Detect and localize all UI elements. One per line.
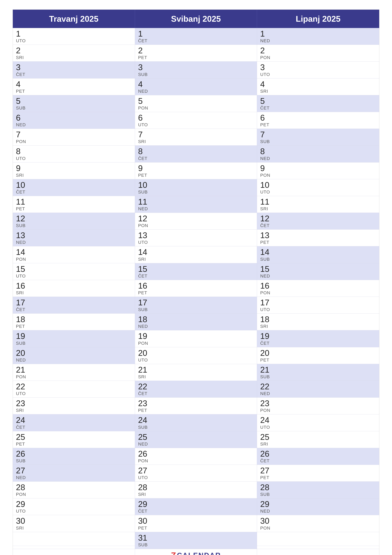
- day-number: 10: [138, 181, 254, 190]
- day-number: 24: [260, 416, 376, 425]
- day-number: 27: [16, 466, 132, 475]
- day-cell: 10SUB: [135, 179, 257, 196]
- day-cell: 4NED: [135, 79, 257, 95]
- day-number: 21: [16, 365, 132, 374]
- day-cell: 30PON: [257, 515, 379, 532]
- day-name: SRI: [260, 89, 376, 94]
- day-number: 29: [138, 500, 254, 509]
- logo-text: CALENDAR: [177, 551, 221, 555]
- day-number: 18: [138, 315, 254, 324]
- day-cell: 22NED: [257, 381, 379, 398]
- day-name: PON: [138, 341, 254, 346]
- day-cell: 24UTO: [257, 414, 379, 431]
- day-number: 6: [138, 113, 254, 122]
- day-number: 20: [16, 349, 132, 358]
- day-number: 4: [16, 80, 132, 89]
- day-name: SUB: [138, 425, 254, 430]
- day-cell: 8UTO: [13, 146, 135, 162]
- day-name: PET: [16, 442, 132, 447]
- day-cell: 24ČET: [13, 414, 135, 431]
- day-name: SUB: [260, 492, 376, 497]
- footer-cell-2: 7 CALENDAR: [135, 549, 257, 555]
- month-header-june: Lipanj 2025: [257, 10, 379, 28]
- day-cell: 19PON: [135, 330, 257, 347]
- day-cell: 3SUB: [135, 62, 257, 78]
- day-cell: 20NED: [13, 347, 135, 364]
- day-name: PON: [260, 408, 376, 413]
- day-name: PON: [138, 458, 254, 463]
- day-cell: 8NED: [257, 146, 379, 162]
- day-number: 20: [260, 349, 376, 358]
- day-number: 24: [16, 416, 132, 425]
- day-cell: 18SRI: [257, 314, 379, 330]
- day-name: PON: [138, 223, 254, 228]
- day-name: ČET: [260, 223, 376, 228]
- day-cell: 27NED: [13, 465, 135, 482]
- day-number: 26: [260, 449, 376, 458]
- day-name: PON: [16, 139, 132, 144]
- day-number: 14: [260, 248, 376, 257]
- day-number: 17: [138, 298, 254, 307]
- day-cell: 28SUB: [257, 482, 379, 498]
- day-number: 23: [260, 399, 376, 408]
- day-number: 6: [16, 113, 132, 122]
- day-name: PET: [138, 526, 254, 531]
- day-cell: 14SRI: [135, 246, 257, 263]
- day-number: 19: [138, 332, 254, 341]
- day-number: 8: [16, 147, 132, 156]
- day-number: 20: [138, 349, 254, 358]
- footer-cell-1: [13, 549, 135, 555]
- day-number: 1: [138, 29, 254, 38]
- day-cell: 1UTO: [13, 28, 135, 45]
- day-cell: 31SUB: [135, 532, 257, 549]
- day-number: 10: [16, 181, 132, 190]
- day-number: 25: [138, 432, 254, 442]
- day-name: PON: [260, 526, 376, 531]
- day-cell: 2PON: [257, 45, 379, 62]
- day-number: 14: [16, 248, 132, 257]
- day-number: 1: [260, 29, 376, 38]
- day-cell: 10UTO: [257, 179, 379, 196]
- day-cell: 7SUB: [257, 129, 379, 146]
- day-cell: 18PET: [13, 314, 135, 330]
- day-number: 12: [138, 214, 254, 223]
- day-name: NED: [138, 206, 254, 211]
- day-cell: 4PET: [13, 79, 135, 95]
- day-name: SRI: [16, 290, 132, 295]
- day-cell: 4SRI: [257, 79, 379, 95]
- day-cell: 5SUB: [13, 95, 135, 112]
- day-cell: 29ČET: [135, 498, 257, 515]
- day-cell: 27PET: [257, 465, 379, 482]
- day-name: PON: [138, 106, 254, 110]
- day-number: 15: [138, 264, 254, 274]
- day-number: 2: [138, 46, 254, 55]
- day-cell: 22UTO: [13, 381, 135, 398]
- day-number: 14: [138, 248, 254, 257]
- day-number: 17: [16, 298, 132, 307]
- day-cell: 15ČET: [135, 263, 257, 280]
- day-number: 25: [16, 432, 132, 442]
- day-name: SUB: [138, 542, 254, 548]
- day-name: PET: [260, 240, 376, 245]
- day-number: 8: [138, 147, 254, 156]
- day-name: SUB: [138, 72, 254, 77]
- day-number: 23: [138, 399, 254, 408]
- day-name: PON: [16, 257, 132, 262]
- day-number: 13: [138, 231, 254, 240]
- day-name: PON: [260, 173, 376, 178]
- day-name: SUB: [138, 307, 254, 312]
- day-name: UTO: [138, 475, 254, 480]
- day-name: ČET: [138, 156, 254, 161]
- day-cell: 26SUB: [13, 448, 135, 465]
- day-cell: 3ČET: [13, 62, 135, 78]
- day-name: SUB: [260, 374, 376, 380]
- day-name: PET: [138, 55, 254, 60]
- day-number: 12: [260, 214, 376, 223]
- day-cell: 21PON: [13, 364, 135, 381]
- day-number: 17: [260, 298, 376, 307]
- day-name: NED: [138, 442, 254, 447]
- day-name: PET: [138, 408, 254, 413]
- day-cell: 18NED: [135, 314, 257, 330]
- day-number: 30: [260, 516, 376, 526]
- day-number: 11: [260, 197, 376, 206]
